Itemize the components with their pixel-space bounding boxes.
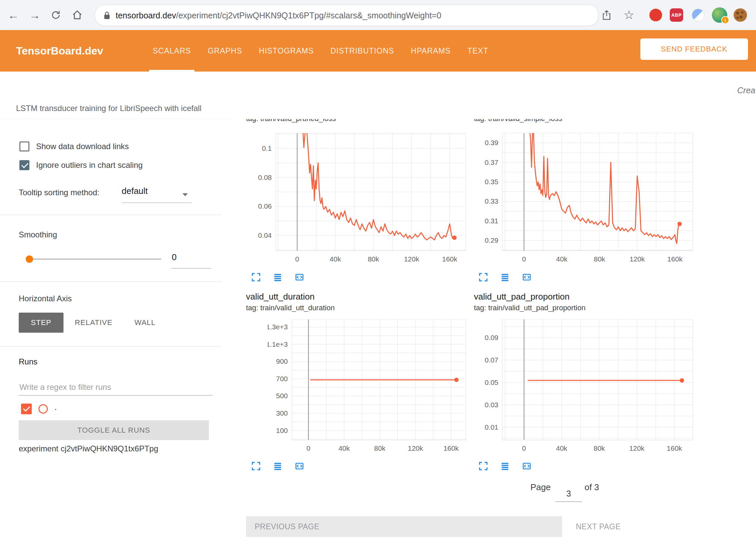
back-icon[interactable]: ← — [7, 8, 20, 22]
tooltip-sorting-underline — [122, 203, 192, 203]
ignore-outliers-checkbox[interactable] — [19, 160, 29, 170]
expand-chart-icon[interactable] — [251, 461, 261, 471]
settings-sidebar: Show data download links Ignore outliers… — [0, 119, 232, 547]
url-domain: tensorboard.dev — [116, 11, 176, 20]
page-number-input[interactable] — [555, 485, 582, 502]
app-header: TensorBoard.dev SCALARS GRAPHS HISTOGRAM… — [0, 30, 756, 72]
smoothing-slider-thumb[interactable] — [26, 255, 33, 263]
tab-distributions[interactable]: DISTRIBUTIONS — [322, 30, 403, 72]
show-download-links-label: Show data download links — [36, 142, 129, 151]
browser-toolbar: ← → tensorboard.dev/experiment/cj2vtPiwQ… — [0, 0, 756, 30]
fit-domain-icon[interactable] — [294, 272, 304, 282]
url-path: /experiment/cj2vtPiwQHKN9Q1tx6PTpg/#scal… — [176, 11, 442, 20]
smoothing-slider-track[interactable] — [26, 258, 161, 260]
cookie-icon[interactable] — [734, 8, 747, 22]
ignore-outliers-row[interactable]: Ignore outliers in chart scaling — [19, 159, 143, 171]
data-series-icon[interactable] — [500, 272, 510, 282]
next-page-button[interactable]: NEXT PAGE — [574, 516, 623, 537]
tab-text[interactable]: TEXT — [459, 30, 497, 72]
chart-bl-subtitle: tag: train/valid_utt_duration — [246, 304, 335, 312]
chart-br-subtitle: tag: train/valid_utt_pad_proportion — [474, 304, 586, 312]
svg-text:120k: 120k — [629, 444, 645, 452]
home-icon[interactable] — [71, 8, 84, 22]
chart-valid-utt-duration: 040k80k120k160k1003005007009001.1e+31.3e… — [268, 319, 478, 457]
run-color-swatch[interactable] — [38, 404, 48, 414]
svg-text:0: 0 — [306, 444, 310, 452]
chart-valid-pruned-loss: 040k80k120k160k0.040.060.080.1 — [252, 133, 478, 267]
svg-text:0.1: 0.1 — [262, 144, 272, 152]
tooltip-sorting-label: Tooltip sorting method: — [19, 188, 99, 197]
show-download-links-checkbox[interactable] — [19, 141, 29, 151]
extension-abp-icon[interactable]: ABP — [670, 8, 683, 22]
svg-text:40k: 40k — [556, 444, 568, 452]
expand-chart-icon[interactable] — [478, 272, 488, 282]
svg-text:0.09: 0.09 — [485, 334, 498, 341]
chevron-down-icon[interactable] — [182, 193, 188, 196]
runs-filter-input[interactable] — [19, 379, 213, 396]
smoothing-value[interactable]: 0 — [172, 252, 176, 262]
divider — [0, 281, 221, 282]
create-link-truncated[interactable]: Crea — [737, 86, 755, 95]
url-text: tensorboard.dev/experiment/cj2vtPiwQHKN9… — [116, 11, 441, 20]
svg-text:0.06: 0.06 — [258, 202, 272, 210]
svg-text:0.01: 0.01 — [485, 423, 498, 431]
svg-text:0: 0 — [522, 255, 526, 263]
tab-graphs[interactable]: GRAPHS — [199, 30, 250, 72]
toggle-all-runs-button[interactable]: TOGGLE ALL RUNS — [19, 420, 209, 440]
svg-text:80k: 80k — [374, 444, 385, 452]
profile-avatar[interactable]: 1 — [712, 7, 727, 23]
chart-tl-clipped-subtitle: tag: train/valid_pruned_loss — [246, 119, 460, 124]
share-icon[interactable] — [600, 8, 613, 22]
expand-chart-icon[interactable] — [478, 461, 488, 471]
experiment-title: LSTM transducer training for LibriSpeech… — [16, 104, 202, 113]
home-glyph — [72, 9, 83, 21]
forward-icon[interactable]: → — [28, 8, 41, 22]
chart-tr-clipped-subtitle: tag: train/valid_simple_loss — [474, 119, 688, 124]
show-download-links-row[interactable]: Show data download links — [19, 140, 129, 152]
bookmark-star-icon[interactable]: ☆ — [622, 8, 636, 22]
svg-text:0.08: 0.08 — [258, 174, 272, 181]
svg-text:0.39: 0.39 — [485, 139, 498, 146]
send-feedback-button[interactable]: SEND FEEDBACK — [640, 38, 748, 60]
data-series-icon[interactable] — [273, 272, 283, 282]
svg-text:120k: 120k — [404, 255, 419, 263]
divider — [0, 346, 221, 347]
axis-wall-button[interactable]: WALL — [130, 313, 160, 333]
extension-adblock-icon[interactable] — [649, 8, 662, 22]
address-bar[interactable]: tensorboard.dev/experiment/cj2vtPiwQHKN9… — [95, 5, 599, 26]
fit-domain-icon[interactable] — [522, 272, 532, 282]
fit-domain-icon[interactable] — [522, 461, 532, 471]
axis-relative-button[interactable]: RELATIVE — [71, 313, 116, 333]
reload-icon[interactable] — [49, 8, 62, 22]
svg-text:120k: 120k — [408, 444, 423, 452]
svg-text:300: 300 — [276, 409, 288, 417]
ignore-outliers-label: Ignore outliers in chart scaling — [36, 160, 143, 170]
svg-text:40k: 40k — [556, 255, 568, 263]
svg-text:80k: 80k — [368, 255, 379, 263]
cookie-glyph — [734, 8, 747, 22]
smoothing-value-underline — [171, 268, 211, 268]
expand-chart-icon[interactable] — [251, 272, 261, 282]
extension-misc-icon[interactable] — [691, 8, 705, 22]
tab-scalars[interactable]: SCALARS — [144, 30, 199, 72]
tooltip-sorting-select[interactable]: default — [122, 186, 148, 196]
tab-hparams[interactable]: HPARAMS — [402, 30, 459, 72]
chart-bl-toolbar — [251, 461, 304, 471]
data-series-icon[interactable] — [273, 461, 283, 471]
chart-br-title: valid_utt_pad_proportion — [474, 292, 570, 302]
axis-step-button[interactable]: STEP — [19, 313, 64, 333]
misc-ext-glyph — [692, 9, 705, 21]
data-series-icon[interactable] — [500, 461, 510, 471]
run-checkbox[interactable] — [21, 404, 32, 414]
chart-br-toolbar — [478, 461, 532, 471]
avatar-badge: 1 — [721, 16, 729, 24]
svg-text:0.04: 0.04 — [258, 231, 272, 239]
main-nav: SCALARS GRAPHS HISTOGRAMS DISTRIBUTIONS … — [144, 30, 497, 72]
previous-page-button[interactable]: PREVIOUS PAGE — [246, 516, 562, 537]
tab-histograms[interactable]: HISTOGRAMS — [251, 30, 322, 72]
fit-domain-icon[interactable] — [294, 461, 304, 471]
svg-text:100: 100 — [276, 427, 288, 434]
svg-text:0.35: 0.35 — [485, 178, 498, 186]
svg-text:0: 0 — [522, 444, 526, 452]
charts-panel: tag: train/valid_pruned_loss tag: train/… — [232, 119, 756, 547]
